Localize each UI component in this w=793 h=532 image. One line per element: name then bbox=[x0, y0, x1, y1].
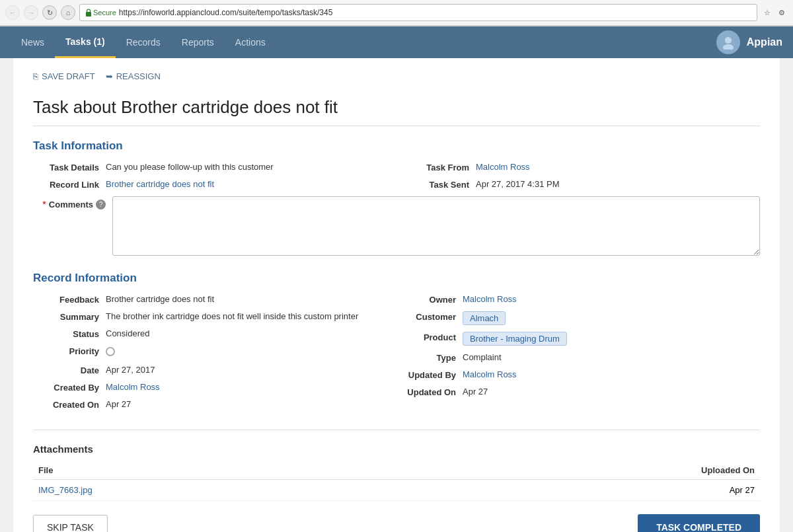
avatar[interactable] bbox=[716, 30, 740, 54]
customer-tag[interactable]: Almach bbox=[463, 311, 506, 325]
skip-task-button[interactable]: SKIP TASK bbox=[33, 515, 108, 532]
task-information-section: Task Information Task Details Can you pl… bbox=[33, 139, 760, 256]
task-info-title: Task Information bbox=[33, 139, 760, 153]
owner-row: Owner Malcolm Ross bbox=[403, 294, 760, 305]
date-label: Date bbox=[33, 365, 106, 375]
task-info-body: Task Details Can you please follow-up wi… bbox=[33, 162, 760, 196]
record-link-value[interactable]: Brother cartridge does not fit bbox=[106, 179, 390, 189]
svg-rect-0 bbox=[86, 12, 91, 17]
task-sent-value: Apr 27, 2017 4:31 PM bbox=[476, 179, 760, 189]
reassign-button[interactable]: ➥ REASSIGN bbox=[106, 71, 161, 81]
attachments-header-row: File Uploaded On bbox=[33, 461, 760, 480]
comments-section: * Comments ? bbox=[33, 196, 760, 256]
help-icon[interactable]: ? bbox=[96, 200, 106, 209]
task-sent-row: Task Sent Apr 27, 2017 4:31 PM bbox=[403, 179, 760, 190]
type-value: Complaint bbox=[463, 352, 760, 362]
save-draft-button[interactable]: ⎘ SAVE DRAFT bbox=[33, 71, 95, 81]
created-by-value[interactable]: Malcolm Ross bbox=[106, 382, 390, 392]
star-icon[interactable]: ☆ bbox=[761, 7, 773, 19]
date-value: Apr 27, 2017 bbox=[106, 365, 390, 375]
svg-point-2 bbox=[723, 44, 734, 50]
owner-label: Owner bbox=[403, 294, 463, 305]
nav-item-news[interactable]: News bbox=[11, 26, 55, 58]
browser-toolbar: ← → ↻ ⌂ Secure https://infoworld.appianc… bbox=[0, 0, 793, 26]
required-mark: * bbox=[42, 199, 46, 209]
nav-item-reports[interactable]: Reports bbox=[171, 26, 225, 58]
secure-badge: Secure bbox=[85, 9, 116, 17]
task-from-row: Task From Malcolm Ross bbox=[403, 162, 760, 172]
attachments-table: File Uploaded On IMG_7663.jpg Apr 27 bbox=[33, 461, 760, 501]
customer-row: Customer Almach bbox=[403, 311, 760, 325]
updated-by-row: Updated By Malcolm Ross bbox=[403, 369, 760, 380]
record-info-left: Feedback Brother cartridge does not fit … bbox=[33, 294, 390, 416]
browser-chrome: ← → ↻ ⌂ Secure https://infoworld.appianc… bbox=[0, 0, 793, 26]
record-link-row: Record Link Brother cartridge does not f… bbox=[33, 179, 390, 190]
updated-on-label: Updated On bbox=[403, 387, 463, 397]
nav-item-tasks[interactable]: Tasks (1) bbox=[55, 26, 116, 58]
uploaded-column-header: Uploaded On bbox=[398, 461, 760, 480]
updated-on-row: Updated On Apr 27 bbox=[403, 387, 760, 397]
priority-row: Priority bbox=[33, 346, 390, 358]
customer-value: Almach bbox=[463, 311, 760, 325]
record-information-section: Record Information Feedback Brother cart… bbox=[33, 272, 760, 416]
task-completed-button[interactable]: TASK COMPLETED bbox=[638, 514, 760, 532]
created-on-label: Created On bbox=[33, 399, 106, 410]
task-details-value: Can you please follow-up with this custo… bbox=[106, 162, 390, 172]
feedback-value: Brother cartridge does not fit bbox=[106, 294, 390, 304]
product-label: Product bbox=[403, 332, 463, 342]
back-button[interactable]: ← bbox=[5, 5, 20, 20]
priority-label: Priority bbox=[33, 346, 106, 356]
task-from-value[interactable]: Malcolm Ross bbox=[476, 162, 760, 172]
task-details-label: Task Details bbox=[33, 162, 106, 172]
nav-item-records[interactable]: Records bbox=[116, 26, 171, 58]
record-link-label: Record Link bbox=[33, 179, 106, 190]
save-icon: ⎘ bbox=[33, 71, 38, 81]
refresh-button[interactable]: ↻ bbox=[42, 5, 57, 20]
comments-label-wrap: * Comments ? bbox=[33, 196, 112, 209]
created-by-label: Created By bbox=[33, 382, 106, 393]
summary-label: Summary bbox=[33, 311, 106, 322]
home-button[interactable]: ⌂ bbox=[61, 5, 75, 20]
forward-button[interactable]: → bbox=[24, 5, 38, 20]
page-content: ⎘ SAVE DRAFT ➥ REASSIGN Task about Broth… bbox=[13, 58, 780, 532]
secure-text: Secure bbox=[93, 9, 116, 17]
priority-radio[interactable] bbox=[106, 347, 115, 356]
task-info-left: Task Details Can you please follow-up wi… bbox=[33, 162, 390, 196]
url-text: https://infoworld.appiancloud.com/suite/… bbox=[119, 8, 333, 17]
nav-item-actions[interactable]: Actions bbox=[225, 26, 276, 58]
summary-row: Summary The brother ink cartridge does n… bbox=[33, 311, 390, 322]
type-label: Type bbox=[403, 352, 463, 363]
feedback-label: Feedback bbox=[33, 294, 106, 305]
url-bar[interactable]: Secure https://infoworld.appiancloud.com… bbox=[79, 4, 757, 21]
page-title: Task about Brother cartridge does not fi… bbox=[33, 97, 760, 126]
svg-point-1 bbox=[725, 37, 732, 44]
task-sent-label: Task Sent bbox=[403, 179, 476, 190]
record-info-right: Owner Malcolm Ross Customer Almach Produ… bbox=[403, 294, 760, 416]
created-by-row: Created By Malcolm Ross bbox=[33, 382, 390, 393]
updated-by-value[interactable]: Malcolm Ross bbox=[463, 369, 760, 379]
record-info-body: Feedback Brother cartridge does not fit … bbox=[33, 294, 760, 416]
attachments-title: Attachments bbox=[33, 443, 760, 455]
extension-icon[interactable]: ⚙ bbox=[776, 7, 788, 19]
summary-value: The brother ink cartridge does not fit w… bbox=[106, 311, 390, 321]
task-from-label: Task From bbox=[403, 162, 476, 172]
file-link[interactable]: IMG_7663.jpg bbox=[38, 485, 93, 495]
comments-textarea[interactable] bbox=[112, 196, 760, 256]
created-on-value: Apr 27 bbox=[106, 399, 390, 409]
status-row: Status Considered bbox=[33, 328, 390, 339]
page-footer: SKIP TASK TASK COMPLETED bbox=[33, 501, 760, 532]
table-row: IMG_7663.jpg Apr 27 bbox=[33, 480, 760, 501]
nav-brand: Appian bbox=[747, 36, 782, 48]
date-row: Date Apr 27, 2017 bbox=[33, 365, 390, 375]
product-tag[interactable]: Brother - Imaging Drum bbox=[463, 332, 567, 346]
browser-actions: ☆ ⚙ bbox=[761, 7, 788, 19]
updated-by-label: Updated By bbox=[403, 369, 463, 380]
priority-value bbox=[106, 346, 390, 358]
created-on-row: Created On Apr 27 bbox=[33, 399, 390, 410]
owner-value[interactable]: Malcolm Ross bbox=[463, 294, 760, 304]
feedback-row: Feedback Brother cartridge does not fit bbox=[33, 294, 390, 305]
section-divider bbox=[33, 430, 760, 430]
page-toolbar: ⎘ SAVE DRAFT ➥ REASSIGN bbox=[33, 71, 760, 87]
file-column-header: File bbox=[33, 461, 398, 480]
nav-items: News Tasks (1) Records Reports Actions bbox=[11, 26, 716, 58]
